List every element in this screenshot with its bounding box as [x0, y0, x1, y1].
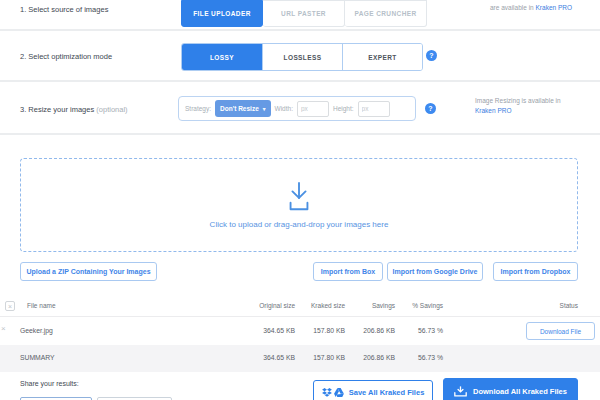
tab-page-cruncher[interactable]: PAGE CRUNCHER — [345, 0, 427, 27]
divider — [0, 133, 600, 135]
kraken-pro-link[interactable]: Kraken PRO — [536, 4, 573, 11]
dropzone-text: Click to upload or drag-and-drop your im… — [210, 220, 389, 229]
strategy-select[interactable]: Don't Resize ▾ — [215, 100, 271, 117]
pro-availability-note: are available in Kraken PRO — [490, 4, 572, 11]
resize-pro-note: Image Resizing is available in Kraken PR… — [475, 96, 561, 116]
google-drive-icon — [334, 388, 344, 397]
download-all-label: Download All Kraked Files — [473, 387, 567, 396]
download-box-icon — [454, 386, 467, 397]
cloud-save-icons — [322, 388, 344, 397]
upload-dropzone[interactable]: Click to upload or drag-and-drop your im… — [20, 158, 578, 252]
width-label: Width: — [275, 105, 293, 112]
file-name-cell: Geeker.jpg — [20, 327, 53, 334]
step3-optional-text: (optional) — [96, 105, 127, 114]
summary-percent: 56.73 % — [383, 354, 443, 361]
select-all-checkbox[interactable]: × — [5, 301, 15, 311]
strategy-value: Don't Resize — [220, 105, 259, 112]
col-percent-savings: % Savings — [383, 302, 443, 309]
import-box-button[interactable]: Import from Box — [313, 262, 383, 281]
mode-lossy-button[interactable]: LOSSY — [182, 44, 262, 70]
mode-help-icon[interactable]: ? — [426, 50, 437, 61]
download-file-button[interactable]: Download File — [526, 322, 595, 340]
summary-label: SUMMARY — [20, 354, 55, 361]
chevron-down-icon: ▾ — [263, 106, 266, 112]
pro-note-text: are available in — [490, 4, 536, 11]
resize-note-text: Image Resizing is available in — [475, 97, 561, 104]
mode-expert-button[interactable]: EXPERT — [342, 44, 422, 70]
tab-file-uploader[interactable]: FILE UPLOADER — [181, 0, 263, 27]
share-results-label: Share your results: — [20, 380, 79, 387]
step1-label: 1. Select source of images — [20, 5, 108, 14]
tab-url-paster[interactable]: URL PASTER — [263, 0, 345, 27]
divider — [0, 316, 600, 317]
resize-help-icon[interactable]: ? — [425, 103, 436, 114]
step3-label: 3. Resize your images (optional) — [20, 105, 128, 114]
col-status: Status — [518, 302, 578, 309]
import-google-drive-button[interactable]: Import from Google Drive — [387, 262, 483, 281]
percent-savings-cell: 56.73 % — [383, 327, 443, 334]
divider — [0, 80, 600, 82]
step2-label: 2. Select optimization mode — [20, 52, 112, 61]
download-arrow-icon — [280, 182, 318, 212]
save-all-kraked-files-button[interactable]: Save All Kraked Files — [313, 380, 433, 400]
source-tabs: FILE UPLOADER URL PASTER PAGE CRUNCHER — [181, 0, 427, 27]
strategy-label: Strategy: — [185, 105, 211, 112]
import-dropbox-button[interactable]: Import from Dropbox — [493, 262, 578, 281]
upload-zip-button[interactable]: Upload a ZIP Containing Your Images — [20, 262, 157, 281]
kraken-pro-link[interactable]: Kraken PRO — [475, 107, 512, 114]
resize-controls: Strategy: Don't Resize ▾ Width: Height: — [178, 96, 416, 121]
height-input[interactable] — [358, 101, 390, 117]
divider — [0, 29, 600, 31]
height-label: Height: — [333, 105, 354, 112]
mode-lossless-button[interactable]: LOSSLESS — [262, 44, 342, 70]
dropbox-icon — [322, 388, 332, 397]
step3-label-text: 3. Resize your images — [20, 105, 96, 114]
optimization-mode-group: LOSSY LOSSLESS EXPERT — [181, 43, 423, 71]
col-file-name: File name — [27, 302, 56, 309]
save-all-label: Save All Kraked Files — [349, 388, 425, 397]
remove-file-icon[interactable]: × — [1, 324, 6, 333]
kraken-optimizer-page: 1. Select source of images FILE UPLOADER… — [0, 0, 600, 400]
width-input[interactable] — [297, 101, 329, 117]
download-all-kraked-files-button[interactable]: Download All Kraked Files — [443, 378, 578, 400]
